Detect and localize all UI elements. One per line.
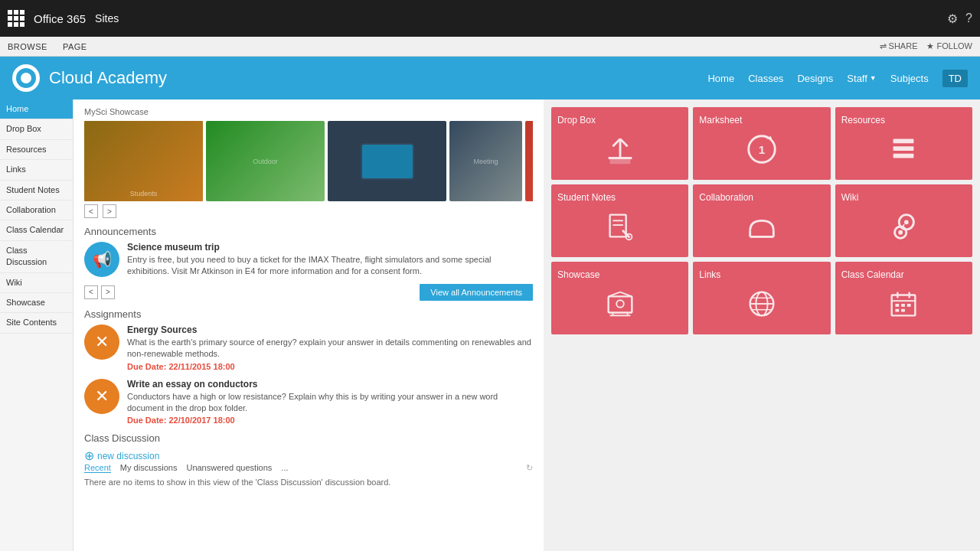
main-layout: Home Drop Box Resources Links Student No…	[0, 99, 980, 551]
ann-nav: < >	[84, 285, 115, 299]
sidebar-item-site-contents[interactable]: Site Contents	[0, 313, 73, 333]
new-discussion-button[interactable]: ⊕ new discussion	[84, 448, 533, 463]
sidebar-item-showcase[interactable]: Showcase	[0, 293, 73, 313]
assignment-icon-2: ✕	[84, 379, 119, 414]
assignment-1-body: What is the earth's primary source of en…	[127, 337, 533, 360]
svg-rect-22	[608, 296, 632, 312]
sidebar-item-wiki[interactable]: Wiki	[0, 273, 73, 293]
svg-rect-41	[896, 309, 900, 312]
share-action[interactable]: ⇌ SHARE	[880, 41, 918, 51]
tile-wiki[interactable]: Wiki	[835, 184, 972, 257]
nav-staff[interactable]: Staff ▼	[847, 73, 876, 84]
tile-marksheet-label: Marksheet	[699, 115, 742, 126]
svg-rect-38	[896, 304, 900, 307]
sidebar-item-class-discussion[interactable]: Class Discussion	[0, 241, 73, 273]
disc-tab-more[interactable]: ...	[281, 463, 288, 473]
carousel-img-3	[328, 121, 446, 201]
sidebar-item-class-calendar[interactable]: Class Calendar	[0, 220, 73, 240]
sidebar-item-links[interactable]: Links	[0, 160, 73, 180]
follow-action[interactable]: ★ FOLLOW	[926, 41, 972, 51]
discussion-empty: There are no items to show in this view …	[84, 478, 533, 487]
sidebar-item-dropbox[interactable]: Drop Box	[0, 119, 73, 139]
ribbon-page[interactable]: PAGE	[63, 42, 87, 51]
assignment-2: ✕ Write an essay on conductors Conductor…	[84, 379, 533, 425]
nav-subjects[interactable]: Subjects	[890, 73, 929, 84]
assignment-1-due: Due Date: 22/11/2015 18:00	[127, 362, 533, 371]
tiles-grid: Drop Box Marksheet 1	[551, 107, 972, 334]
svg-rect-7	[893, 139, 914, 144]
nav-home[interactable]: Home	[707, 73, 734, 84]
view-all-announcements[interactable]: View all Announcements	[420, 284, 533, 301]
tile-student-notes[interactable]: Student Notes	[551, 184, 688, 257]
svg-point-18	[904, 220, 909, 224]
disc-tab-unanswered[interactable]: Unanswered questions	[186, 463, 272, 473]
waffle-menu[interactable]	[8, 10, 24, 27]
sidebar-item-collaboration[interactable]: Collaboration	[0, 201, 73, 220]
announcement-icon: 📢	[84, 242, 119, 277]
announcement-title: Science museum trip	[127, 242, 533, 253]
tile-marksheet[interactable]: Marksheet 1	[693, 107, 830, 180]
ribbon-browse[interactable]: BROWSE	[8, 42, 47, 51]
tile-resources[interactable]: Resources	[835, 107, 972, 180]
assignment-1-content: Energy Sources What is the earth's prima…	[127, 324, 533, 371]
office365-label: Office 365	[34, 12, 86, 25]
svg-point-20	[899, 230, 903, 235]
carousel-next[interactable]: >	[103, 204, 116, 218]
nav-classes[interactable]: Classes	[748, 73, 783, 84]
calendar-icon	[886, 286, 921, 328]
tile-dropbox[interactable]: Drop Box	[551, 107, 688, 180]
notes-icon	[603, 209, 638, 251]
site-title: Cloud Academy	[49, 68, 167, 88]
svg-text:1: 1	[759, 143, 766, 156]
assignment-icon-1: ✕	[84, 324, 119, 360]
sidebar-item-student-notes[interactable]: Student Notes	[0, 181, 73, 201]
announcement-body: Entry is free, but you need to buy a tic…	[127, 254, 533, 278]
assignment-2-title: Write an essay on conductors	[127, 379, 533, 390]
collaboration-icon	[744, 209, 779, 251]
megaphone-icon: 📢	[93, 250, 112, 269]
showcase-label: MySci Showcase	[84, 107, 533, 116]
assignments-title: Assignments	[84, 308, 533, 320]
content-area: MySci Showcase Students Outdoor	[74, 99, 544, 551]
announcement-item: 📢 Science museum trip Entry is free, but…	[84, 242, 533, 278]
tile-collaboration[interactable]: Collaboration	[693, 184, 830, 257]
cross-icon-2: ✕	[95, 386, 109, 406]
nav-designs[interactable]: Designs	[797, 73, 833, 84]
site-nav: Home Classes Designs Staff ▼ Subjects TD	[707, 70, 968, 87]
sidebar-item-resources[interactable]: Resources	[0, 140, 73, 160]
tile-collaboration-label: Collaboration	[699, 192, 753, 203]
svg-point-25	[616, 300, 624, 308]
ann-next[interactable]: >	[101, 285, 115, 299]
site-logo	[12, 64, 40, 92]
disc-tab-mine[interactable]: My discussions	[120, 463, 178, 473]
svg-rect-42	[901, 309, 905, 312]
tile-showcase-label: Showcase	[557, 269, 599, 280]
assignment-2-content: Write an essay on conductors Conductors …	[127, 379, 533, 425]
assignment-1-title: Energy Sources	[127, 324, 533, 335]
carousel: Students Outdoor Meeting "I am	[84, 121, 533, 201]
nav-user[interactable]: TD	[942, 70, 968, 87]
plus-icon: ⊕	[84, 448, 94, 463]
assignment-2-due: Due Date: 22/10/2017 18:00	[127, 416, 533, 425]
tile-links[interactable]: Links	[693, 262, 830, 334]
top-bar: Office 365 Sites ⚙ ?	[0, 0, 980, 37]
announcements-title: Announcements	[84, 226, 533, 237]
announcement-content: Science museum trip Entry is free, but y…	[127, 242, 533, 278]
disc-tab-recent[interactable]: Recent	[84, 463, 111, 473]
sites-label[interactable]: Sites	[95, 12, 119, 24]
help-icon[interactable]: ?	[965, 11, 972, 25]
tile-links-label: Links	[699, 269, 720, 280]
sidebar: Home Drop Box Resources Links Student No…	[0, 99, 74, 551]
settings-icon[interactable]: ⚙	[947, 11, 958, 26]
ann-prev[interactable]: <	[84, 285, 98, 299]
marksheet-icon: 1	[744, 132, 779, 174]
loading-spinner: ↻	[526, 463, 533, 473]
showcase-icon	[603, 286, 638, 328]
carousel-prev[interactable]: <	[84, 204, 98, 218]
tile-class-calendar[interactable]: Class Calendar	[835, 262, 972, 334]
svg-rect-4	[609, 158, 630, 165]
tile-wiki-label: Wiki	[841, 192, 859, 203]
sidebar-item-home[interactable]: Home	[0, 99, 73, 119]
tile-showcase[interactable]: Showcase	[551, 262, 688, 334]
carousel-controls: < >	[84, 204, 533, 218]
